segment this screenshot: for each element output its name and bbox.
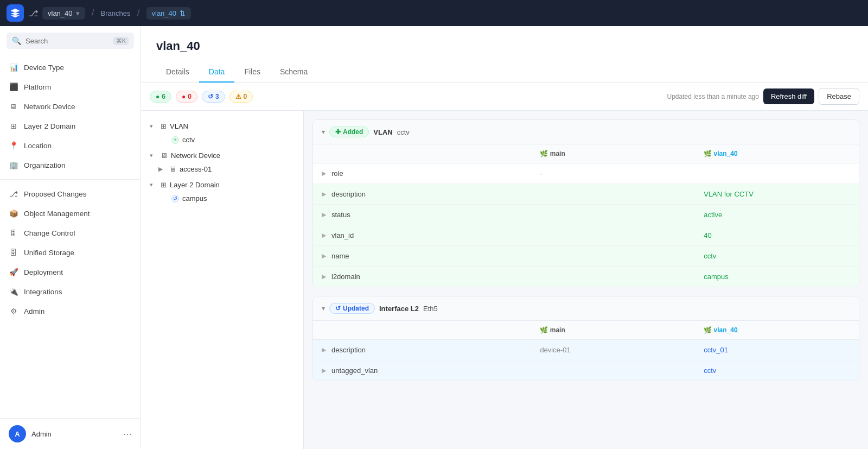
main-val-untagged (531, 361, 695, 381)
tree-leaf-campus[interactable]: ↺ campus (158, 192, 297, 205)
col-header-branch: 🌿 vlan_40 (695, 144, 859, 163)
sidebar-item-layer2-domain[interactable]: ⊞ Layer 2 Domain (0, 116, 141, 136)
status-badge-green: ● 6 (150, 91, 171, 103)
field-cell: ▶ untagged_vlan (313, 361, 531, 381)
diff-card-added-vlan: ▾ ✚ Added VLAN cctv (312, 119, 859, 287)
updated-tag-label: Updated (343, 305, 369, 312)
blue-sync-icon: ↺ (208, 93, 213, 100)
sidebar-item-platform[interactable]: ⬛ Platform (0, 77, 141, 97)
card2-expand-icon[interactable]: ▾ (322, 305, 325, 312)
row-expand-icon[interactable]: ▶ (322, 170, 326, 177)
sidebar-item-deployment[interactable]: 🚀 Deployment (0, 262, 141, 282)
sidebar-user-menu[interactable]: ⋯ (123, 429, 132, 439)
row-expand-icon[interactable]: ▶ (322, 273, 326, 280)
row-expand-icon[interactable]: ▶ (322, 346, 326, 353)
search-input[interactable]: 🔍 Search ⌘K (7, 33, 134, 49)
sidebar-item-proposed-changes[interactable]: ⎇ Proposed Changes (0, 184, 141, 204)
app-logo[interactable] (7, 4, 24, 22)
table-row: ▶ description device-01 cctv_01 (313, 340, 859, 361)
tab-schema[interactable]: Schema (270, 62, 317, 83)
branch-val-l2domain: campus (695, 267, 859, 287)
proposed-changes-icon: ⎇ (9, 189, 18, 199)
sidebar-item-network-device[interactable]: 🖥 Network Device (0, 97, 141, 116)
breadcrumb-branches[interactable]: Branches (101, 9, 131, 17)
card1-type: VLAN (373, 128, 392, 136)
diff-table-added: 🌿 main 🌿 vlan_40 (313, 144, 859, 287)
updated-text: Updated less than a minute ago (667, 93, 758, 100)
branch-selector[interactable]: vlan_40 ▾ (42, 7, 85, 20)
col-header-main: 🌿 main (531, 144, 695, 163)
col2-header-branch: 🌿 vlan_40 (695, 321, 859, 340)
field-cell: ▶ name (313, 246, 531, 267)
organization-icon: 🏢 (9, 160, 18, 170)
col2-header-main: 🌿 main (531, 321, 695, 340)
sidebar-item-device-type[interactable]: 📊 Device Type (0, 58, 141, 77)
access01-expand-icon: ▶ (158, 166, 166, 173)
row-expand-icon[interactable]: ▶ (322, 232, 326, 239)
tree-node-layer2-domain-header[interactable]: ▾ ⊞ Layer 2 Domain (148, 178, 297, 192)
sidebar-item-change-control[interactable]: 🎛 Change Control (0, 223, 141, 243)
sidebar-nav: 📊 Device Type ⬛ Platform 🖥 Network Devic… (0, 55, 141, 418)
layer2-expand-icon: ▾ (150, 181, 157, 188)
layer2-domain-section-icon: ⊞ (161, 181, 167, 189)
row-expand-icon[interactable]: ▶ (322, 252, 326, 260)
sidebar-label-integrations: Integrations (24, 288, 62, 296)
tab-data[interactable]: Data (199, 62, 235, 83)
sidebar-item-organization[interactable]: 🏢 Organization (0, 155, 141, 175)
main-val-name (531, 246, 695, 267)
admin-icon: ⚙ (9, 306, 18, 316)
sidebar-item-unified-storage[interactable]: 🗄 Unified Storage (0, 243, 141, 262)
sidebar-user-name: Admin (31, 430, 118, 438)
branch-icon: 🌿 (704, 150, 712, 157)
row-expand-icon[interactable]: ▶ (322, 191, 326, 198)
tab-details[interactable]: Details (156, 62, 199, 83)
status-badge-yellow-count: 0 (244, 93, 247, 100)
tree-node-access01[interactable]: ▶ 🖥 access-01 (158, 162, 297, 176)
breadcrumb-current[interactable]: vlan_40 ⇅ (146, 7, 192, 20)
main-val-role: - (531, 163, 695, 184)
updated-tag-icon: ↺ (335, 305, 341, 312)
status-actions-row: ● 6 ● 0 ↺ 3 ⚠ 0 Updated less than a minu… (141, 83, 868, 110)
card1-expand-icon[interactable]: ▾ (322, 128, 325, 136)
tree-leaf-cctv[interactable]: + cctv (158, 133, 297, 147)
tree-node-network-device-header[interactable]: ▾ 🖥 Network Device (148, 149, 297, 162)
tree-node-vlan-header[interactable]: ▾ ⊞ VLAN (148, 119, 297, 133)
table-row: ▶ l2domain campus (313, 267, 859, 287)
vlan-section-icon: ⊞ (161, 122, 167, 130)
red-x-icon: ● (182, 93, 186, 100)
table-row: ▶ vlan_id 40 (313, 225, 859, 246)
updated-tag: ↺ Updated (329, 303, 375, 314)
green-check-icon: ● (156, 93, 159, 100)
field-cell: ▶ l2domain (313, 267, 531, 287)
tab-details-label: Details (166, 67, 189, 76)
sidebar-item-location[interactable]: 📍 Location (0, 136, 141, 155)
main-val-status (531, 205, 695, 225)
refresh-diff-button[interactable]: Refresh diff (763, 88, 814, 104)
row-expand-icon[interactable]: ▶ (322, 367, 326, 374)
tab-bar: Details Data Files Schema (156, 62, 853, 82)
row-expand-icon[interactable]: ▶ (322, 211, 326, 218)
access01-label: access-01 (180, 165, 212, 173)
rebase-button[interactable]: Rebase (819, 88, 859, 105)
main-val-vlanid (531, 225, 695, 246)
status-panel: ● 6 ● 0 ↺ 3 ⚠ 0 Updated less than a minu… (141, 83, 868, 111)
branch-val-vlanid: 40 (695, 225, 859, 246)
tab-files[interactable]: Files (234, 62, 270, 83)
sidebar-label-location: Location (24, 142, 52, 150)
deployment-icon: 🚀 (9, 267, 18, 277)
two-col-layout: ▾ ⊞ VLAN + cctv ▾ 🖥 (141, 111, 868, 449)
field-cell: ▶ role (313, 163, 531, 184)
access01-icon: 🖥 (169, 165, 176, 173)
sidebar-item-object-management[interactable]: 📦 Object Management (0, 204, 141, 223)
sidebar-item-admin[interactable]: ⚙ Admin (0, 301, 141, 321)
sidebar-label-network-device: Network Device (24, 103, 75, 111)
main-branch-icon: 🌿 (540, 150, 548, 157)
sidebar-label-deployment: Deployment (24, 268, 63, 276)
col-header-field (313, 144, 531, 163)
network-device-section-label: Network Device (171, 151, 220, 160)
current-branch-arrows: ⇅ (180, 9, 186, 17)
sidebar-item-integrations[interactable]: 🔌 Integrations (0, 282, 141, 301)
field-cell: ▶ description (313, 184, 531, 205)
diff-card-updated-interface: ▾ ↺ Updated Interface L2 Eth5 (312, 296, 859, 381)
added-tag-label: Added (343, 128, 363, 136)
